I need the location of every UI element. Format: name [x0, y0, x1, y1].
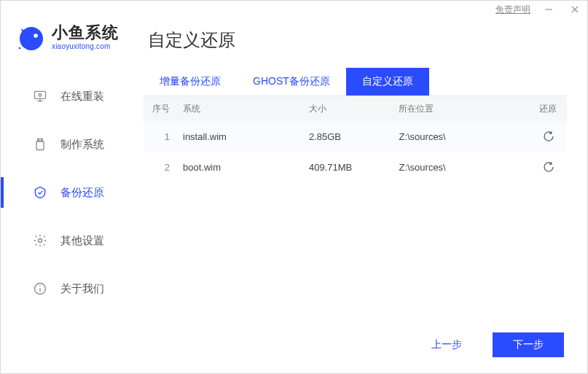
nav: 在线重装 制作系统 备份还原	[1, 72, 139, 313]
logo-text: 小鱼系统 xiaoyuxitong.com	[52, 24, 119, 50]
logo: 小鱼系统 xiaoyuxitong.com	[1, 18, 139, 72]
cell-system: boot.wim	[180, 162, 309, 173]
main: 自定义还原 增量备份还原 GHOST备份还原 自定义还原 序号 系统 大小 所在…	[139, 17, 587, 373]
col-header-restore: 还原	[516, 103, 567, 115]
col-header-index: 序号	[144, 103, 180, 115]
nav-item-about[interactable]: 关于我们	[1, 265, 139, 313]
tab-incremental-restore[interactable]: 增量备份还原	[144, 68, 237, 96]
close-button[interactable]	[567, 3, 583, 16]
minimize-icon	[544, 5, 553, 14]
prev-button[interactable]: 上一步	[417, 332, 477, 357]
svg-point-8	[39, 94, 42, 97]
titlebar: 免责声明	[1, 1, 587, 17]
usb-icon	[33, 137, 47, 152]
table-header: 序号 系统 大小 所在位置 还原	[144, 96, 567, 121]
cell-location: Z:\sources\	[399, 131, 516, 142]
cell-restore	[516, 159, 567, 175]
monitor-icon	[33, 89, 47, 104]
cell-system: install.wim	[180, 131, 309, 142]
col-header-location: 所在位置	[399, 103, 516, 115]
nav-item-online-reinstall[interactable]: 在线重装	[1, 72, 139, 120]
cell-restore	[516, 128, 567, 144]
restore-button[interactable]	[541, 159, 557, 175]
svg-point-4	[34, 34, 38, 38]
page-title: 自定义还原	[144, 17, 567, 68]
table-row[interactable]: 1 install.wim 2.85GB Z:\sources\	[144, 121, 567, 152]
svg-rect-12	[36, 141, 44, 150]
close-icon	[571, 5, 579, 14]
svg-point-6	[19, 47, 21, 50]
logo-title: 小鱼系统	[52, 24, 119, 42]
refresh-icon	[542, 160, 555, 174]
backup-icon	[33, 185, 47, 200]
nav-item-label: 备份还原	[60, 186, 104, 200]
nav-item-make-system[interactable]: 制作系统	[1, 120, 139, 168]
col-header-size: 大小	[309, 103, 399, 115]
logo-icon	[14, 21, 46, 53]
svg-point-5	[22, 44, 25, 47]
table-row[interactable]: 2 boot.wim 409.71MB Z:\sources\	[144, 152, 567, 182]
gear-icon	[33, 233, 47, 248]
tabs: 增量备份还原 GHOST备份还原 自定义还原	[144, 68, 567, 96]
col-header-system: 系统	[180, 103, 309, 115]
nav-item-label: 其他设置	[60, 234, 104, 248]
cell-location: Z:\sources\	[399, 162, 516, 173]
svg-rect-7	[35, 91, 46, 98]
disclaimer-link[interactable]: 免责声明	[495, 4, 530, 16]
svg-point-18	[39, 286, 41, 287]
tab-ghost-restore[interactable]: GHOST备份还原	[237, 68, 346, 96]
restore-table: 序号 系统 大小 所在位置 还原 1 install.wim 2.85GB Z:…	[144, 96, 567, 182]
sidebar: 小鱼系统 xiaoyuxitong.com 在线重装 制作系统	[1, 17, 139, 373]
app-window: 免责声明 小鱼系统 xi	[0, 0, 588, 374]
nav-item-other-settings[interactable]: 其他设置	[1, 217, 139, 265]
restore-button[interactable]	[541, 128, 557, 144]
cell-size: 409.71MB	[309, 162, 399, 173]
cell-size: 2.85GB	[309, 131, 399, 142]
footer: 上一步 下一步	[144, 332, 567, 373]
body: 小鱼系统 xiaoyuxitong.com 在线重装 制作系统	[1, 17, 587, 373]
nav-item-backup-restore[interactable]: 备份还原	[1, 168, 139, 217]
tab-custom-restore[interactable]: 自定义还原	[346, 68, 429, 96]
nav-item-label: 制作系统	[60, 138, 104, 152]
next-button[interactable]: 下一步	[493, 332, 564, 357]
logo-subtitle: xiaoyuxitong.com	[52, 42, 119, 50]
nav-item-label: 关于我们	[60, 282, 104, 296]
info-icon	[33, 281, 47, 296]
minimize-button[interactable]	[541, 3, 557, 16]
cell-index: 1	[144, 131, 180, 142]
svg-point-15	[39, 239, 42, 243]
nav-item-label: 在线重装	[60, 90, 104, 104]
refresh-icon	[542, 130, 555, 143]
cell-index: 2	[144, 162, 180, 173]
